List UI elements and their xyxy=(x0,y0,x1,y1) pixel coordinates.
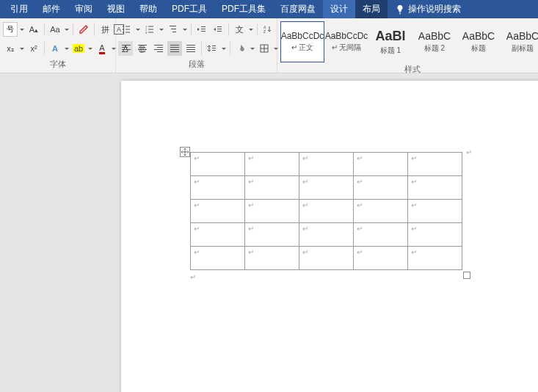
menu-review[interactable]: 审阅 xyxy=(68,0,100,18)
document-table[interactable]: ↵↵↵↵↵↵↵↵↵↵↵↵↵↵↵↵↵↵↵↵↵↵↵↵↵ xyxy=(190,152,462,270)
increase-font-icon[interactable]: A▴ xyxy=(26,22,41,37)
table-cell[interactable]: ↵ xyxy=(245,176,299,200)
style-preview: AaBbC xyxy=(506,30,538,42)
line-spacing-icon[interactable] xyxy=(205,41,219,56)
style-item-0[interactable]: AaBbCcDc↵ 正文 xyxy=(280,21,324,62)
dropdown-icon[interactable] xyxy=(64,48,70,50)
table-cell[interactable]: ↵ xyxy=(191,247,245,270)
menu-references[interactable]: 引用 xyxy=(3,0,35,18)
style-preview: AaBbCcDc xyxy=(325,31,368,41)
table-resize-handle-icon[interactable] xyxy=(463,272,470,279)
dropdown-icon[interactable] xyxy=(64,29,70,31)
align-center-icon[interactable] xyxy=(135,41,150,56)
style-preview: AaBl xyxy=(375,29,405,44)
table-cell[interactable]: ↵ xyxy=(354,223,408,247)
styles-gallery[interactable]: AaBbCcDc↵ 正文AaBbCcDc↵ 无间隔AaBl标题 1AaBbC标题… xyxy=(280,21,538,62)
svg-rect-3 xyxy=(126,29,130,30)
font-size-box[interactable]: 号 xyxy=(3,22,18,37)
dropdown-icon[interactable] xyxy=(250,48,255,50)
align-distribute-icon[interactable] xyxy=(183,41,198,56)
table-cell[interactable]: ↵ xyxy=(299,176,354,200)
style-item-5[interactable]: AaBbC副标题 xyxy=(501,21,538,62)
table-move-handle-icon[interactable] xyxy=(180,147,190,157)
document-area[interactable]: ↵ ↵↵↵↵↵↵↵↵↵↵↵↵↵↵↵↵↵↵↵↵↵↵↵↵↵ ↵ xyxy=(0,73,538,392)
menu-mailings[interactable]: 邮件 xyxy=(35,0,68,18)
font-size-dropdown-icon[interactable] xyxy=(19,29,25,31)
tell-me-search[interactable]: 操作说明搜索 xyxy=(395,3,461,15)
font-color-icon[interactable]: A xyxy=(95,41,109,56)
dropdown-icon[interactable] xyxy=(221,48,227,50)
table-cell[interactable]: ↵ xyxy=(408,247,462,270)
text-effects-icon[interactable]: A xyxy=(48,41,62,56)
styles-group: AaBbCcDc↵ 正文AaBbCcDc↵ 无间隔AaBl标题 1AaBbC标题… xyxy=(277,18,538,73)
lightbulb-icon xyxy=(395,4,405,15)
change-case-icon[interactable]: Aa xyxy=(48,22,62,37)
paragraph-group: 123 文 AZ ¶ xyxy=(116,18,277,73)
table-cell[interactable]: ↵ xyxy=(408,223,462,247)
svg-rect-28 xyxy=(139,47,145,48)
svg-rect-19 xyxy=(217,29,222,29)
table-cell[interactable]: ↵ xyxy=(191,223,245,247)
page[interactable]: ↵ ↵↵↵↵↵↵↵↵↵↵↵↵↵↵↵↵↵↵↵↵↵↵↵↵↵ ↵ xyxy=(121,81,538,392)
table-cell[interactable]: ↵ xyxy=(191,176,245,200)
dropdown-icon[interactable] xyxy=(87,48,93,50)
align-justify-icon[interactable] xyxy=(167,41,182,56)
menu-help[interactable]: 帮助 xyxy=(132,0,164,18)
borders-icon[interactable] xyxy=(257,41,272,56)
table-cell[interactable]: ↵ xyxy=(191,200,245,223)
table-cell[interactable]: ↵ xyxy=(245,223,299,247)
table-cell[interactable]: ↵ xyxy=(245,200,299,223)
table-cell[interactable]: ↵ xyxy=(299,200,354,223)
dropdown-icon[interactable] xyxy=(159,29,164,31)
dropdown-icon[interactable] xyxy=(248,29,254,31)
menu-layout[interactable]: 布局 xyxy=(355,0,388,18)
table-cell[interactable]: ↵ xyxy=(354,247,408,270)
bullets-icon[interactable] xyxy=(119,22,134,37)
phonetic-guide-icon[interactable]: 拼 xyxy=(98,22,112,37)
table-cell[interactable]: ↵ xyxy=(245,247,299,270)
menu-design[interactable]: 设计 xyxy=(323,0,355,18)
menu-pdf-tools[interactable]: PDF工具 xyxy=(164,0,214,18)
clear-format-icon[interactable] xyxy=(76,22,91,37)
table-cell[interactable]: ↵ xyxy=(299,247,354,270)
separator xyxy=(94,23,95,36)
style-item-3[interactable]: AaBbC标题 2 xyxy=(412,21,457,62)
svg-rect-1 xyxy=(126,26,130,27)
table-cell[interactable]: ↵ xyxy=(245,153,299,176)
svg-rect-24 xyxy=(122,47,128,48)
highlight-icon[interactable]: ab xyxy=(71,41,86,56)
decrease-indent-icon[interactable] xyxy=(195,22,209,37)
multilevel-list-icon[interactable] xyxy=(166,22,181,37)
dropdown-icon[interactable] xyxy=(135,29,141,31)
svg-rect-30 xyxy=(139,51,145,52)
style-item-2[interactable]: AaBl标题 1 xyxy=(368,21,412,62)
table-cell[interactable]: ↵ xyxy=(408,176,462,200)
menu-view[interactable]: 视图 xyxy=(100,0,132,18)
dropdown-icon[interactable] xyxy=(182,29,188,31)
table-cell[interactable]: ↵ xyxy=(354,176,408,200)
subscript-icon[interactable]: x₂ xyxy=(3,41,18,56)
align-left-icon[interactable] xyxy=(119,41,134,56)
table-cell[interactable]: ↵ xyxy=(408,200,462,223)
svg-rect-41 xyxy=(186,49,195,50)
increase-indent-icon[interactable] xyxy=(211,22,225,37)
style-item-4[interactable]: AaBbC标题 xyxy=(457,21,501,62)
asian-layout-icon[interactable]: 文 xyxy=(232,22,247,37)
style-item-1[interactable]: AaBbCcDc↵ 无间隔 xyxy=(324,21,368,62)
align-right-icon[interactable] xyxy=(151,41,166,56)
numbering-icon[interactable]: 123 xyxy=(142,22,157,37)
table-cell[interactable]: ↵ xyxy=(354,153,408,176)
table-cell[interactable]: ↵ xyxy=(354,200,408,223)
superscript-icon[interactable]: x² xyxy=(26,41,41,56)
shading-icon[interactable] xyxy=(233,41,248,56)
table-cell[interactable]: ↵ xyxy=(408,153,462,176)
dropdown-icon[interactable] xyxy=(19,48,25,50)
table-cell[interactable]: ↵ xyxy=(299,223,354,247)
table-cell[interactable]: ↵ xyxy=(299,153,354,176)
sort-icon[interactable]: AZ xyxy=(261,22,275,37)
svg-point-0 xyxy=(123,26,124,27)
menu-pdf-toolset[interactable]: PDF工具集 xyxy=(214,0,273,18)
table-cell[interactable]: ↵ xyxy=(191,153,245,176)
separator xyxy=(73,23,73,36)
menu-baidu-netdisk[interactable]: 百度网盘 xyxy=(273,0,323,18)
